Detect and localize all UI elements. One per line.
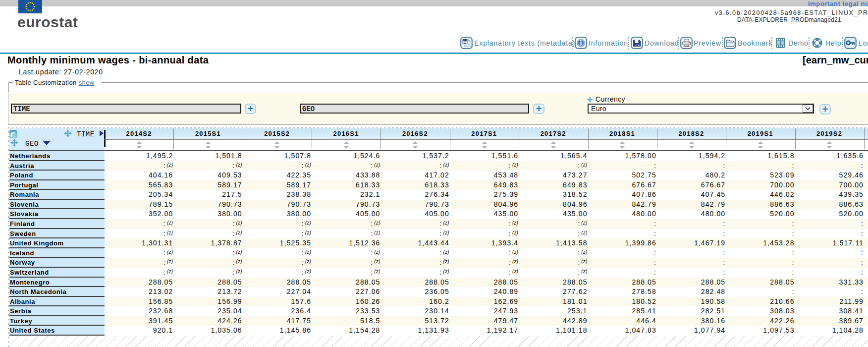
svg-text:M: M [463,39,467,45]
